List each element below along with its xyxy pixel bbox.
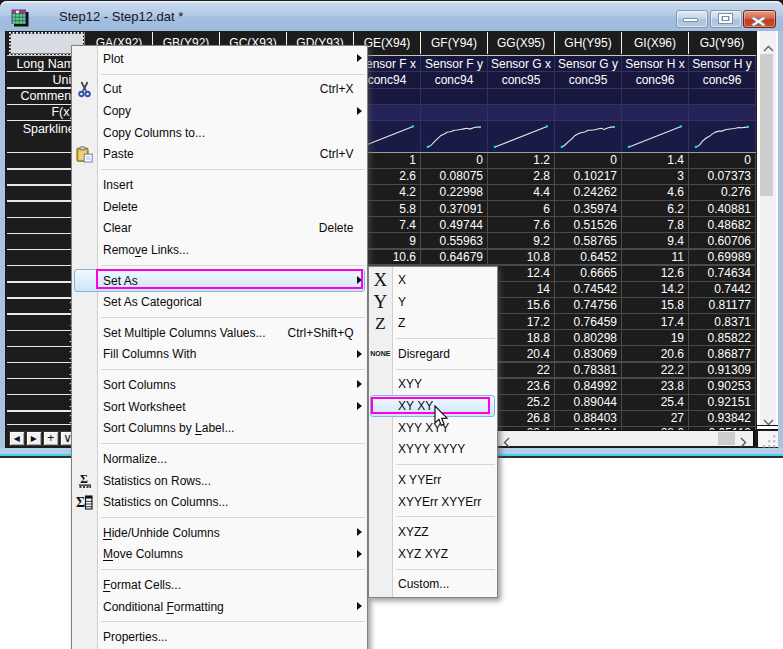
svg-text:Σ: Σ	[76, 495, 85, 510]
svg-text:Σ: Σ	[80, 472, 88, 486]
